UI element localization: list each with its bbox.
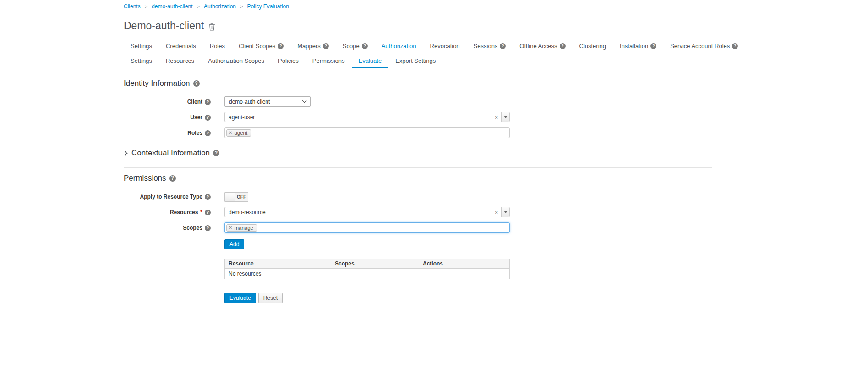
tab-sessions[interactable]: Sessions (467, 39, 513, 53)
tab-settings[interactable]: Settings (124, 39, 159, 53)
tab-credentials[interactable]: Credentials (159, 39, 203, 53)
resources-label: Resources (124, 207, 211, 215)
delete-client-icon[interactable] (208, 23, 215, 31)
tab-client-scopes[interactable]: Client Scopes (232, 39, 290, 53)
tab-label: Settings (131, 43, 152, 50)
tab-label: Roles (210, 43, 225, 50)
clear-selection-icon[interactable] (492, 207, 501, 217)
breadcrumb-authorization[interactable]: Authorization (204, 3, 236, 10)
field-label-text: Apply to Resource Type (140, 193, 202, 200)
help-icon[interactable] (732, 43, 738, 49)
help-icon[interactable] (205, 194, 211, 200)
subtab-export-settings[interactable]: Export Settings (388, 53, 442, 68)
tab-scope[interactable]: Scope (336, 39, 375, 53)
help-icon[interactable] (323, 43, 329, 49)
field-control: OFF (224, 191, 248, 202)
dropdown-toggle-button[interactable] (501, 207, 509, 217)
clear-selection-icon[interactable] (492, 112, 501, 122)
help-icon[interactable] (362, 43, 368, 49)
evaluate-button[interactable]: Evaluate (224, 293, 256, 303)
tab-offline-access[interactable]: Offline Access (513, 39, 572, 53)
scopes-label: Scopes (124, 222, 211, 231)
column-header-scopes: Scopes (331, 259, 419, 269)
tab-mappers[interactable]: Mappers (290, 39, 336, 53)
field-label-text: Client (187, 99, 202, 105)
tab-label: Mappers (297, 43, 321, 50)
field-label-text: User (190, 114, 202, 121)
dropdown-toggle-button[interactable] (501, 112, 509, 122)
page-title: Demo-auth-client (124, 20, 712, 32)
reset-button[interactable]: Reset (258, 293, 283, 303)
tab-label: Sessions (474, 43, 498, 50)
roles-label: Roles (124, 127, 211, 136)
selected-value: agent-user (225, 112, 492, 122)
identity-information-heading: Identity Information (124, 79, 712, 88)
subtab-policies[interactable]: Policies (271, 53, 306, 68)
field-label-text: Resources (170, 209, 198, 215)
help-icon[interactable] (213, 150, 219, 156)
apply-resource-type-label: Apply to Resource Type (124, 191, 211, 200)
apply-resource-type-toggle[interactable]: OFF (224, 192, 248, 202)
tab-label: Clustering (579, 43, 606, 50)
apply-resource-type-row: Apply to Resource Type OFF (124, 191, 712, 202)
user-field-row: User agent-user (124, 112, 712, 122)
subtab-authorization-scopes[interactable]: Authorization Scopes (201, 53, 271, 68)
column-header-actions: Actions (419, 259, 510, 269)
tab-clustering[interactable]: Clustering (573, 39, 613, 53)
remove-tag-icon[interactable] (229, 130, 232, 135)
help-icon[interactable] (169, 175, 176, 182)
subtab-settings[interactable]: Settings (124, 53, 159, 68)
user-label: User (124, 112, 211, 121)
field-control: demo-auth-client (224, 96, 311, 107)
breadcrumb-policy-evaluation[interactable]: Policy Evaluation (247, 3, 289, 10)
scopes-field-row: Scopes manage (124, 222, 712, 233)
tag-label: agent (234, 130, 247, 136)
add-button[interactable]: Add (224, 239, 244, 249)
client-select[interactable]: demo-auth-client (224, 96, 311, 107)
form-actions: Evaluate Reset (224, 293, 712, 375)
help-icon[interactable] (500, 43, 506, 49)
table-row: No resources (225, 269, 510, 279)
breadcrumb-demo-auth-client[interactable]: demo-auth-client (152, 3, 192, 10)
subtab-evaluate[interactable]: Evaluate (352, 53, 389, 68)
help-icon[interactable] (650, 43, 656, 49)
help-icon[interactable] (560, 43, 566, 49)
breadcrumb-clients[interactable]: Clients (124, 3, 141, 10)
field-label-text: Scopes (183, 225, 202, 231)
client-tabs: Settings Credentials Roles Client Scopes… (124, 39, 712, 53)
resources-select[interactable]: demo-resource (224, 207, 510, 217)
help-icon[interactable] (205, 115, 211, 121)
roles-multiselect[interactable]: agent (224, 127, 510, 138)
contextual-information-heading[interactable]: Contextual Information (124, 149, 712, 158)
required-indicator (200, 209, 202, 215)
breadcrumb-item: demo-auth-client (141, 3, 193, 10)
empty-table-message: No resources (225, 269, 510, 279)
help-icon[interactable] (205, 225, 211, 231)
tab-label: Client Scopes (239, 43, 275, 50)
field-control: manage (224, 222, 510, 233)
tab-service-account-roles[interactable]: Service Account Roles (663, 39, 745, 53)
help-icon[interactable] (278, 43, 284, 49)
help-icon[interactable] (205, 210, 211, 215)
help-icon[interactable] (193, 80, 200, 87)
tab-revocation[interactable]: Revocation (423, 39, 467, 53)
tab-installation[interactable]: Installation (613, 39, 663, 53)
user-select[interactable]: agent-user (224, 112, 510, 122)
breadcrumb: Clients demo-auth-client Authorization P… (124, 3, 712, 10)
help-icon[interactable] (205, 130, 211, 136)
tab-authorization[interactable]: Authorization (375, 39, 423, 53)
field-control: agent-user (224, 112, 510, 122)
client-field-row: Client demo-auth-client (124, 96, 712, 107)
tab-label: Authorization (382, 43, 416, 50)
subtab-permissions[interactable]: Permissions (306, 53, 352, 68)
remove-tag-icon[interactable] (229, 225, 232, 230)
tab-roles[interactable]: Roles (203, 39, 232, 53)
section-title: Identity Information (124, 79, 190, 88)
tab-label: Installation (620, 43, 648, 50)
breadcrumb-item: Clients (124, 3, 141, 10)
caret-down-icon (504, 116, 508, 118)
add-row: Add (224, 239, 712, 249)
subtab-resources[interactable]: Resources (159, 53, 201, 68)
scopes-multiselect[interactable]: manage (224, 222, 510, 233)
help-icon[interactable] (205, 99, 211, 105)
